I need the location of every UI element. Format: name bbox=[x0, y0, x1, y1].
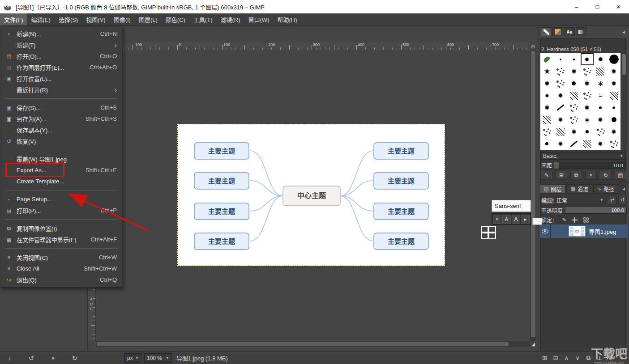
brush-thumb[interactable] bbox=[607, 77, 620, 89]
brush-thumb[interactable] bbox=[607, 126, 620, 138]
layer-visibility-toggle[interactable] bbox=[540, 224, 551, 238]
brush-thumb[interactable] bbox=[594, 126, 607, 138]
dock-splitter[interactable] bbox=[539, 182, 629, 183]
menubar-item-11[interactable]: 帮助(H) bbox=[273, 13, 301, 25]
brush-thumb[interactable] bbox=[540, 77, 554, 89]
text-size-large-button[interactable]: A bbox=[512, 215, 520, 224]
opacity-slider[interactable]: 100.0 bbox=[565, 207, 627, 214]
zoom-select[interactable]: 100 % ▼ bbox=[144, 353, 172, 363]
maximize-button[interactable]: □ bbox=[587, 0, 608, 13]
image-canvas[interactable]: 主要主题主要主题主要主题主要主题主要主题主要主题主要主题主要主题中心主题 bbox=[177, 124, 445, 266]
file-menu-item[interactable]: Export As...Shift+Ctrl+E bbox=[2, 165, 121, 176]
brush-thumb[interactable] bbox=[581, 138, 594, 150]
brush-thumb[interactable] bbox=[540, 126, 554, 138]
new-brush-button[interactable]: ⊞ bbox=[556, 171, 567, 180]
lower-layer-button[interactable]: ∨ bbox=[573, 353, 582, 363]
brush-thumb[interactable] bbox=[567, 126, 581, 138]
vertical-scroll-thumb[interactable] bbox=[531, 51, 535, 337]
layer-row[interactable]: 导图1.jpeg bbox=[540, 224, 628, 238]
file-menu-item[interactable]: 新建(T)› bbox=[2, 39, 121, 51]
duplicate-brush-button[interactable]: ⧉ bbox=[570, 171, 582, 180]
brush-thumb[interactable] bbox=[554, 77, 567, 89]
brush-thumb[interactable] bbox=[581, 53, 594, 65]
spacing-slider[interactable]: 10.0 bbox=[554, 162, 626, 169]
brush-thumb[interactable] bbox=[554, 65, 567, 77]
open-brush-button[interactable]: ▤ bbox=[615, 171, 626, 180]
brush-thumb[interactable] bbox=[581, 102, 594, 114]
brush-thumb[interactable] bbox=[567, 77, 581, 89]
new-layer-button[interactable]: ⊞ bbox=[540, 353, 549, 363]
file-menu-item[interactable]: ▫新建(N)...Ctrl+N bbox=[2, 28, 121, 39]
restore-settings-button[interactable]: ↺ bbox=[26, 353, 37, 363]
menubar-item-2[interactable]: 编辑(E) bbox=[27, 13, 55, 25]
brush-thumb[interactable] bbox=[540, 138, 554, 150]
horizontal-scroll-thumb[interactable] bbox=[97, 342, 509, 346]
duplicate-layer-button[interactable]: ⧉ bbox=[584, 353, 593, 363]
brush-thumb[interactable] bbox=[554, 138, 567, 150]
brush-thumb[interactable]: ∗ bbox=[581, 114, 594, 126]
file-menu-item[interactable]: ↺恢复(V) bbox=[2, 135, 121, 147]
brush-scroll-thumb[interactable] bbox=[622, 54, 626, 75]
brush-thumb[interactable] bbox=[540, 89, 554, 102]
file-menu-item[interactable]: ×Close AllShift+Ctrl+W bbox=[2, 263, 121, 274]
vertical-scrollbar[interactable] bbox=[530, 50, 536, 341]
reset-settings-button[interactable]: ↻ bbox=[69, 353, 81, 363]
file-menu-item[interactable]: ⧉复制图像位置(I) bbox=[2, 223, 121, 234]
navigation-button[interactable]: ◢ bbox=[530, 341, 536, 347]
canvas-viewport[interactable]: 主要主题主要主题主要主题主要主题主要主题主要主题主要主题主要主题中心主题 bbox=[96, 50, 530, 341]
tab-brushes[interactable] bbox=[541, 27, 552, 36]
file-menu-item[interactable]: ▦在文件管理器中显示(F)Ctrl+Alt+F bbox=[2, 234, 121, 245]
anchor-layer-button[interactable]: ⊥ bbox=[595, 353, 604, 363]
mode-switch-button[interactable]: ⇄ bbox=[608, 196, 616, 204]
brush-thumb[interactable] bbox=[554, 89, 567, 102]
brush-thumb[interactable] bbox=[554, 126, 567, 138]
close-button[interactable]: ✕ bbox=[608, 0, 629, 13]
menubar-item-5[interactable]: 图像(I) bbox=[110, 13, 135, 25]
brush-thumb[interactable] bbox=[594, 138, 607, 150]
brush-thumb[interactable] bbox=[567, 114, 581, 126]
file-menu-item[interactable]: 最近打开(R)› bbox=[2, 84, 121, 95]
refresh-brushes-button[interactable]: ↻ bbox=[600, 171, 612, 180]
file-menu-item[interactable]: ▤打开(O)...Ctrl+O bbox=[2, 51, 121, 62]
dock-menu-icon[interactable]: ◂ bbox=[620, 185, 627, 192]
brush-thumb[interactable] bbox=[594, 65, 607, 77]
tab-paths[interactable]: ∿路径 bbox=[593, 184, 618, 194]
brush-thumb[interactable] bbox=[567, 65, 581, 77]
new-group-button[interactable]: ⊟ bbox=[551, 353, 561, 363]
dock-menu-icon[interactable]: ◂ bbox=[620, 28, 627, 35]
file-menu-item[interactable]: 覆盖(W) 导图1.jpeg bbox=[2, 153, 121, 165]
brush-thumb[interactable] bbox=[540, 53, 554, 65]
lock-alpha-button[interactable] bbox=[582, 216, 590, 224]
horizontal-scrollbar[interactable] bbox=[96, 341, 530, 347]
file-menu-item[interactable]: Create Template... bbox=[2, 176, 121, 187]
save-settings-button[interactable]: ↓ bbox=[4, 353, 15, 363]
tab-patterns[interactable] bbox=[552, 27, 563, 36]
brush-thumb[interactable] bbox=[567, 53, 581, 65]
tab-layers[interactable]: ▤图层 bbox=[540, 184, 565, 194]
lock-position-button[interactable] bbox=[571, 216, 579, 224]
minimize-button[interactable]: – bbox=[566, 0, 587, 13]
brush-thumb[interactable] bbox=[554, 102, 567, 114]
brush-thumb[interactable] bbox=[581, 89, 594, 102]
delete-brush-button[interactable]: × bbox=[585, 171, 597, 180]
file-menu-item[interactable]: 保存副本(Y)... bbox=[2, 124, 121, 135]
brush-thumb[interactable] bbox=[607, 138, 620, 150]
file-menu-item[interactable]: ▤打印(P)...Ctrl+P bbox=[2, 205, 121, 216]
brush-thumb[interactable] bbox=[567, 138, 581, 150]
brush-thumb[interactable] bbox=[581, 77, 594, 89]
file-menu-item[interactable]: ×关闭视图(C)Ctrl+W bbox=[2, 252, 121, 263]
brush-thumb[interactable]: ≈ bbox=[594, 89, 607, 102]
brush-thumb[interactable]: ∗ bbox=[594, 77, 607, 89]
brush-thumb[interactable] bbox=[554, 114, 567, 126]
brush-thumb[interactable] bbox=[581, 65, 594, 77]
menubar-item-7[interactable]: 颜色(C) bbox=[162, 13, 189, 25]
brush-grid-scrollbar[interactable] bbox=[621, 53, 627, 150]
text-more-button[interactable]: ▸ bbox=[521, 215, 530, 224]
brush-thumb[interactable] bbox=[607, 53, 620, 65]
mode-reset-button[interactable]: ↺ bbox=[618, 196, 627, 204]
brush-thumb[interactable] bbox=[607, 89, 620, 102]
menubar-item-10[interactable]: 窗口(W) bbox=[244, 13, 274, 25]
edit-brush-button[interactable]: ✎ bbox=[541, 171, 552, 180]
menubar-item-6[interactable]: 图层(L) bbox=[135, 13, 162, 25]
tab-fonts[interactable]: Aa bbox=[564, 27, 575, 36]
